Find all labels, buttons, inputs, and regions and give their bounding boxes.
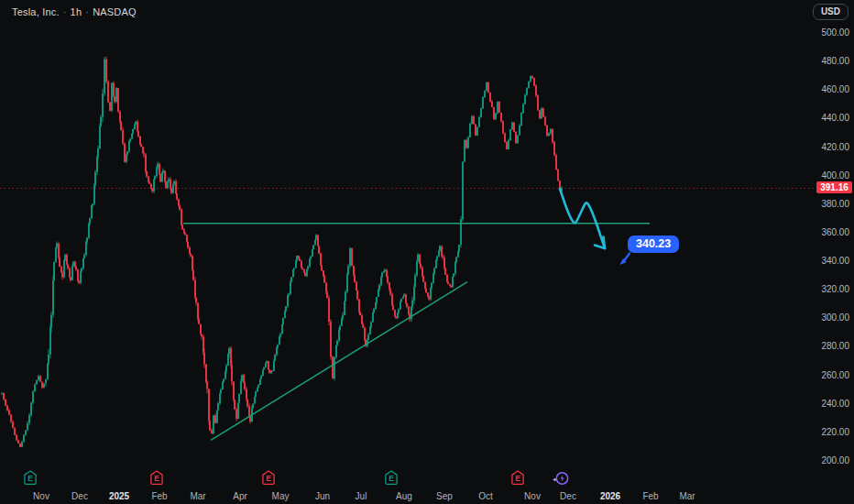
time-tick-label: 2026 <box>600 491 620 501</box>
legend-separator: · <box>85 6 89 17</box>
price-tick-label: 300.00 <box>821 312 849 323</box>
time-tick-label: Mar <box>679 491 695 501</box>
time-tick-label: Nov <box>524 491 541 501</box>
projection-arrow-head <box>595 237 605 249</box>
legend-separator: · <box>63 6 67 17</box>
price-target-callout[interactable]: 340.23 <box>628 236 679 253</box>
price-axis[interactable]: 500.00480.00460.00440.00420.00400.00380.… <box>816 0 854 467</box>
svg-text:✦: ✦ <box>553 477 558 483</box>
earnings-icon[interactable]: E <box>24 470 38 489</box>
price-tick-label: 480.00 <box>821 56 849 66</box>
time-tick-label: 2025 <box>109 491 129 501</box>
last-price-label: 391.16 <box>816 181 852 193</box>
svg-text:E: E <box>154 474 159 483</box>
svg-text:E: E <box>389 474 394 483</box>
price-tick-label: 280.00 <box>821 341 849 351</box>
svg-text:E: E <box>27 474 33 483</box>
earnings-icon[interactable]: E <box>262 470 276 489</box>
svg-text:E: E <box>266 474 271 483</box>
price-tick-label: 240.00 <box>821 399 849 409</box>
price-tick-label: 220.00 <box>821 427 849 437</box>
time-tick-label: Aug <box>396 491 412 501</box>
candles <box>1 57 563 447</box>
earnings-icon[interactable]: E <box>385 470 399 489</box>
exchange-label: NASDAQ <box>93 6 137 17</box>
price-tick-label: 200.00 <box>821 455 849 466</box>
time-tick-label: Mar <box>190 491 205 501</box>
price-tick-label: 440.00 <box>821 113 849 123</box>
time-tick-label: Jun <box>315 491 330 501</box>
chart-window: Tesla, Inc.·1h·NASDAQ USD 500.00480.0046… <box>0 0 854 504</box>
time-tick-label: May <box>272 491 290 501</box>
svg-text:E: E <box>515 474 520 483</box>
price-tick-label: 260.00 <box>821 370 849 380</box>
price-tick-label: 460.00 <box>821 84 849 94</box>
price-tick-label: 360.00 <box>821 227 849 237</box>
earnings-icon[interactable]: E <box>511 470 525 489</box>
time-tick-label: Sep <box>436 491 453 501</box>
price-tick-label: 340.00 <box>821 256 849 266</box>
interval-label[interactable]: 1h <box>71 6 82 17</box>
price-tick-label: 380.00 <box>821 199 849 209</box>
ai-signal-bolt-icon[interactable]: ✦ <box>552 470 570 490</box>
time-tick-label: Oct <box>478 491 493 501</box>
symbol-name[interactable]: Tesla, Inc. <box>12 6 60 17</box>
time-tick-label: Feb <box>642 491 658 501</box>
trendline[interactable] <box>211 282 467 441</box>
time-tick-label: Dec <box>560 491 576 501</box>
price-tick-label: 500.00 <box>821 27 849 38</box>
time-axis[interactable]: NovDec2025FebMarAprMayJunJulAugSepOctNov… <box>0 467 854 504</box>
time-tick-label: Dec <box>71 491 88 501</box>
time-tick-label: Jul <box>356 491 367 501</box>
projection-arrow[interactable] <box>560 189 605 248</box>
price-tick-label: 420.00 <box>821 142 849 152</box>
price-tick-label: 400.00 <box>821 170 849 181</box>
earnings-icon[interactable]: E <box>150 470 164 489</box>
currency-button[interactable]: USD <box>813 4 849 20</box>
time-tick-label: Feb <box>151 491 167 501</box>
time-tick-label: Nov <box>33 491 49 501</box>
candlestick-canvas[interactable] <box>0 0 816 467</box>
time-tick-label: Apr <box>233 491 247 501</box>
symbol-legend[interactable]: Tesla, Inc.·1h·NASDAQ <box>12 6 137 17</box>
price-tick-label: 320.00 <box>821 284 849 294</box>
